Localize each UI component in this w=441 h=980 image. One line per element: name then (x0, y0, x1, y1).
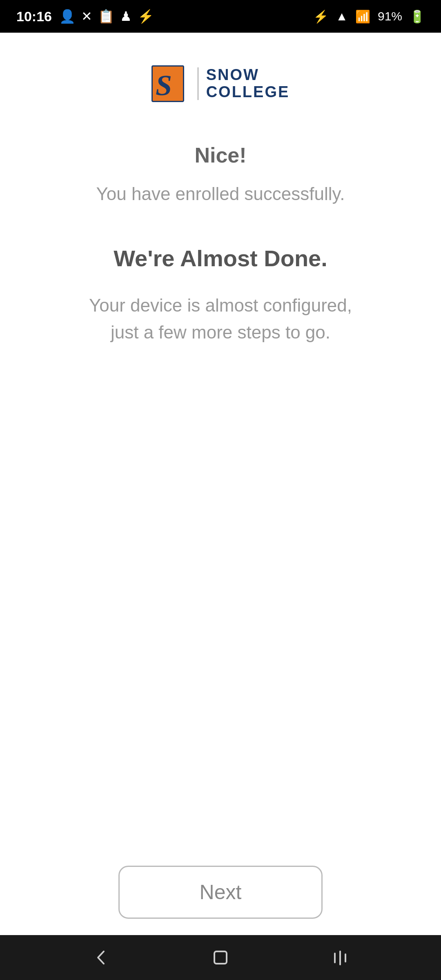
status-bar: 10:16 👤 ✕ 📋 ♟ ⚡ ⚡ ▲ 📶 91% 🔋 (0, 0, 441, 33)
bluetooth-icon: ⚡ (313, 9, 328, 24)
wifi-icon: ▲ (336, 9, 348, 23)
no-symbol-icon: ✕ (81, 9, 92, 24)
home-button[interactable] (204, 941, 237, 974)
battery-percent: 91% (378, 9, 402, 23)
snow-text: SNOW (206, 67, 259, 84)
almost-done-section: We're Almost Done. Your device is almost… (33, 245, 408, 346)
snow-s-letter: S (151, 65, 184, 102)
chess-icon: ♟ (120, 9, 132, 24)
almost-done-subtitle: Your device is almost configured,just a … (33, 292, 408, 346)
status-icons-right: ⚡ ▲ 📶 91% 🔋 (313, 9, 425, 24)
logo-area: S SNOW COLLEGE (151, 65, 290, 102)
main-content: S SNOW COLLEGE Nice! You have enrolled s… (0, 33, 441, 935)
nice-section: Nice! You have enrolled successfully. (33, 143, 408, 204)
battery-icon: 🔋 (410, 9, 425, 24)
bottom-area: Next (0, 849, 441, 935)
svg-rect-1 (214, 951, 227, 964)
status-icons-left: 👤 ✕ 📋 ♟ ⚡ (59, 9, 154, 24)
college-text: COLLEGE (206, 84, 290, 101)
nav-bar (0, 935, 441, 980)
enrolled-text: You have enrolled successfully. (33, 184, 408, 204)
almost-done-title: We're Almost Done. (33, 245, 408, 272)
nice-title: Nice! (33, 143, 408, 167)
clipboard-icon: 📋 (98, 9, 114, 24)
logo-divider (197, 67, 199, 100)
snow-college-logo: S SNOW COLLEGE (151, 65, 290, 102)
recents-button[interactable] (324, 941, 356, 974)
signal-icon: 📶 (355, 9, 370, 24)
status-time: 10:16 (16, 9, 52, 24)
next-button[interactable]: Next (118, 866, 323, 919)
back-button[interactable] (85, 941, 117, 974)
svg-text:S: S (156, 69, 172, 100)
logo-text-container: SNOW COLLEGE (206, 67, 290, 101)
person-icon: 👤 (59, 9, 76, 24)
lightning-icon: ⚡ (138, 9, 154, 24)
